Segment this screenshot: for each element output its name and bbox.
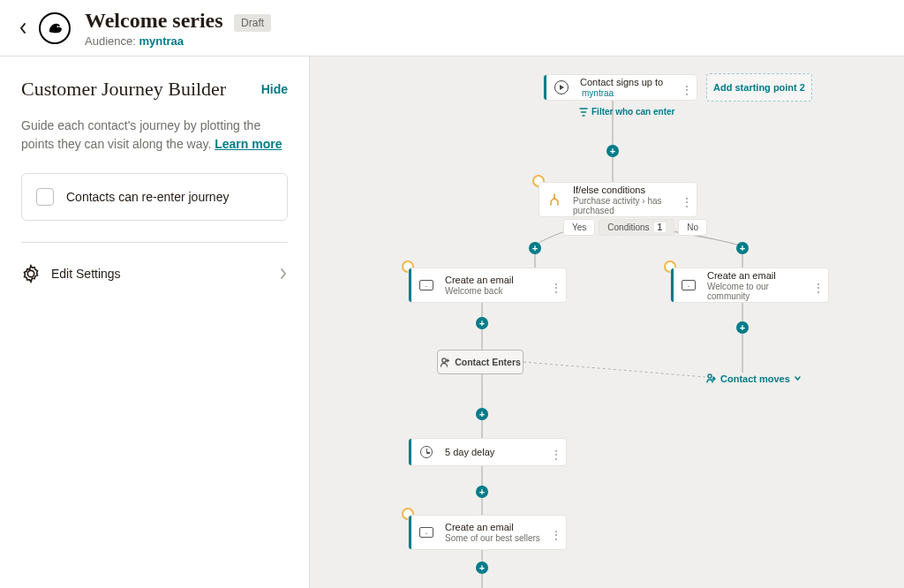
start-target: myntraa [582, 88, 614, 98]
chevron-down-icon [794, 374, 802, 382]
svg-line-11 [524, 362, 705, 377]
svg-point-1 [56, 26, 58, 27]
svg-point-13 [708, 374, 712, 378]
top-bar: Welcome series Draft Audience: myntraa [0, 0, 904, 57]
reenter-checkbox-card[interactable]: Contacts can re-enter journey [21, 173, 288, 221]
start-label: Contact signs up to [580, 77, 663, 87]
edges [310, 57, 904, 588]
back-button[interactable] [14, 19, 32, 37]
email-node-welcome-community[interactable]: Create an email Welcome to our community [670, 268, 829, 303]
svg-point-12 [442, 358, 446, 362]
ifelse-node[interactable]: If/else conditions Purchase activity › h… [539, 182, 697, 217]
chevron-left-icon [19, 22, 27, 34]
sidebar-title: Customer Journey Builder [21, 78, 226, 101]
divider [21, 242, 288, 243]
chevron-right-icon [279, 268, 288, 280]
contact-enters-chip[interactable]: Contact Enters [437, 350, 524, 374]
play-icon [554, 80, 569, 94]
reenter-label: Contacts can re-enter journey [66, 190, 229, 204]
audience-label: Audience: [85, 34, 139, 48]
email-c-kebab[interactable] [546, 528, 566, 537]
sidebar: Customer Journey Builder Hide Guide each… [0, 57, 310, 588]
checkbox-icon [36, 188, 54, 206]
mail-icon [682, 280, 696, 290]
starting-point-node[interactable]: Contact signs up to myntraa [543, 74, 697, 101]
cond-yes[interactable]: Yes [563, 219, 595, 236]
audience-link[interactable]: myntraa [139, 34, 184, 48]
add-step-button[interactable]: + [476, 317, 488, 329]
cond-count[interactable]: Conditions 1 [599, 219, 674, 236]
email-node-best-sellers[interactable]: Create an email Some of our best sellers [408, 515, 567, 550]
settings-label: Edit Settings [51, 267, 279, 281]
add-step-button[interactable]: + [476, 486, 488, 498]
svg-point-2 [59, 26, 61, 27]
email-node-welcome-back[interactable]: Create an email Welcome back [408, 268, 567, 303]
start-kebab[interactable] [677, 83, 697, 92]
filter-icon [579, 108, 588, 117]
learn-more-link[interactable]: Learn more [215, 137, 282, 151]
person-move-icon [705, 373, 717, 384]
clock-icon [420, 446, 433, 458]
contact-moves-link[interactable]: Contact moves [705, 373, 802, 384]
add-step-button[interactable]: + [736, 242, 749, 254]
add-starting-point-button[interactable]: Add starting point 2 [706, 73, 812, 102]
ifelse-kebab[interactable] [677, 195, 697, 204]
delay-kebab[interactable] [546, 448, 566, 456]
add-step-button[interactable]: + [606, 145, 619, 157]
email-a-kebab[interactable] [546, 281, 566, 290]
add-step-button[interactable]: + [476, 408, 488, 420]
email-b-kebab[interactable] [809, 281, 828, 290]
edit-settings-row[interactable]: Edit Settings [21, 264, 288, 283]
condition-row: Yes Conditions 1 No [563, 219, 707, 236]
add-step-button[interactable]: + [736, 321, 749, 334]
add-step-button[interactable]: + [476, 562, 488, 574]
add-step-button[interactable]: + [529, 242, 541, 254]
delay-node[interactable]: 5 day delay [408, 438, 567, 466]
mailchimp-logo [39, 12, 71, 44]
journey-title: Welcome series [85, 9, 223, 33]
mail-icon [419, 527, 433, 538]
cond-no[interactable]: No [678, 219, 707, 236]
audience-line: Audience: myntraa [85, 34, 271, 48]
mail-icon [419, 280, 433, 290]
ifelse-title: If/else conditions [573, 185, 674, 195]
title-block: Welcome series Draft Audience: myntraa [85, 9, 271, 48]
journey-canvas[interactable]: Contact signs up to myntraa Add starting… [310, 57, 904, 588]
hide-button[interactable]: Hide [261, 82, 288, 96]
person-plus-icon [440, 357, 450, 367]
gear-icon [21, 264, 41, 283]
branch-icon [547, 192, 561, 207]
ifelse-sub: Purchase activity › has purchased [573, 196, 674, 215]
filter-who-can-enter[interactable]: Filter who can enter [579, 107, 674, 117]
status-badge: Draft [234, 14, 271, 32]
sidebar-description: Guide each contact's journey by plotting… [21, 117, 288, 154]
